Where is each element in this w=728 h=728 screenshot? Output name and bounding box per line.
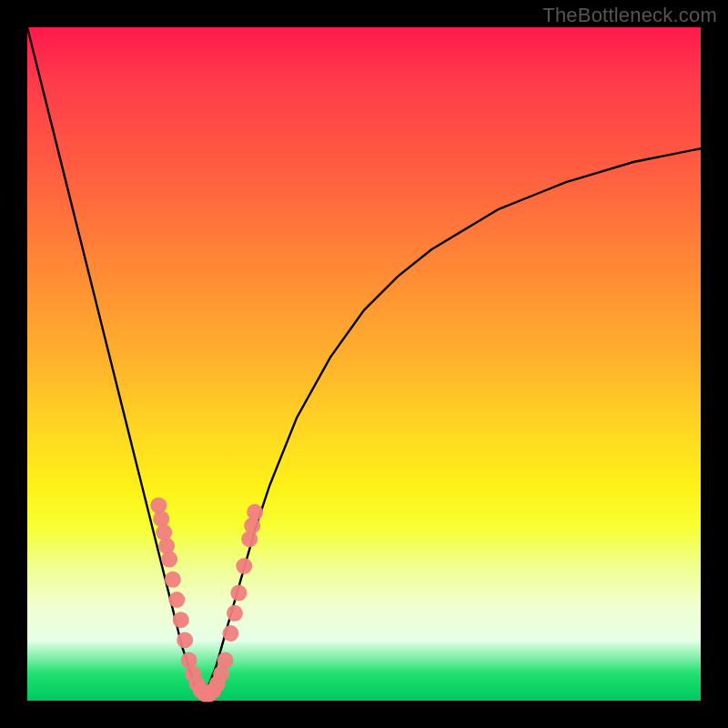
marker-dot xyxy=(230,585,247,602)
chart-frame: TheBottleneck.com xyxy=(0,0,728,728)
marker-dot xyxy=(236,558,252,574)
marker-dot xyxy=(165,571,181,588)
marker-dot xyxy=(177,632,193,648)
curve-right-curve xyxy=(202,148,701,701)
series-group xyxy=(27,27,701,701)
marker-dot xyxy=(156,524,172,541)
plot-area xyxy=(27,27,701,701)
marker-dot xyxy=(153,511,169,527)
marker-dot xyxy=(227,605,243,622)
marker-dot xyxy=(244,518,260,534)
marker-dot xyxy=(150,497,167,513)
watermark-label: TheBottleneck.com xyxy=(542,4,717,27)
marker-dot xyxy=(247,504,263,521)
marker-dot xyxy=(241,531,258,547)
marker-dot xyxy=(173,612,189,628)
marker-dot xyxy=(161,551,177,568)
marker-dot xyxy=(217,652,234,669)
marker-dot xyxy=(168,592,185,608)
chart-svg xyxy=(27,27,701,701)
marker-dot xyxy=(222,625,238,642)
marker-group xyxy=(150,497,263,702)
marker-dot xyxy=(158,538,175,554)
